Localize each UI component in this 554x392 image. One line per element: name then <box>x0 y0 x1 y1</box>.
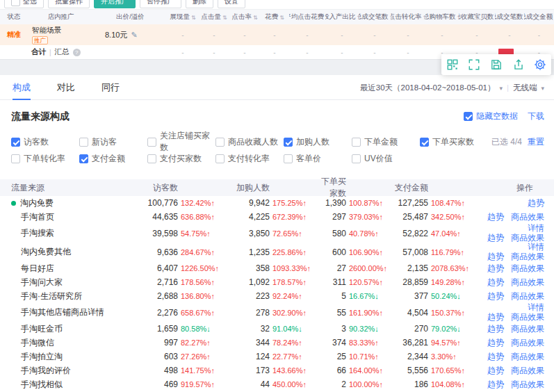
settings-icon[interactable] <box>534 58 546 71</box>
campaign-row[interactable]: 精准 智能场景 推广 8.10元 ------------ <box>0 24 554 45</box>
product-effect-link[interactable]: 商品效果 <box>511 380 544 389</box>
detail-link[interactable]: 详情 <box>528 243 544 252</box>
top-button-3[interactable]: 暂停推广 <box>140 0 181 8</box>
checkbox-icon[interactable] <box>11 0 20 6</box>
trend-link[interactable]: 趋势 <box>487 352 504 361</box>
checkbox-icon[interactable] <box>215 138 225 147</box>
sort-icon[interactable] <box>222 13 227 21</box>
buyers-group: 600106.90%↑ <box>314 247 388 257</box>
trend-link[interactable]: 趋势 <box>487 264 504 273</box>
checkbox-icon[interactable] <box>147 138 156 147</box>
product-effect-link[interactable]: 商品效果 <box>511 278 544 287</box>
campaign-name[interactable]: 智能场景 <box>32 26 61 35</box>
filter-row1-0[interactable]: 访客数 <box>11 136 79 148</box>
share-icon[interactable] <box>512 58 525 71</box>
save-icon[interactable] <box>490 58 503 71</box>
detail-link[interactable]: 详情 <box>528 224 544 233</box>
top-col-header-12[interactable]: 总收藏宝贝数 <box>459 13 495 22</box>
checkbox-icon[interactable] <box>420 138 429 147</box>
checkbox-icon[interactable] <box>11 138 20 147</box>
checkbox-icon[interactable] <box>215 154 225 163</box>
product-effect-link[interactable]: 商品效果 <box>511 213 544 222</box>
checkbox-icon[interactable] <box>284 138 293 147</box>
reset-link[interactable]: 重置 <box>528 136 544 148</box>
trend-link[interactable]: 趋势 <box>487 325 504 334</box>
top-col-header-9[interactable]: 总成交笔数 <box>359 13 391 22</box>
filter-row1-4[interactable]: 加购人数 <box>284 136 352 148</box>
filter-row1-1[interactable]: 新访客 <box>79 136 147 148</box>
top-button-2[interactable]: 开启推广 <box>94 0 136 8</box>
checkbox-icon[interactable] <box>352 138 361 147</box>
download-link[interactable]: 下载 <box>528 111 544 122</box>
hide-empty-toggle[interactable]: 隐藏空数据 <box>464 111 518 122</box>
top-button-5[interactable]: 设置 <box>218 0 245 8</box>
top-col-header-4[interactable]: 点击量 <box>199 13 229 22</box>
tab-1[interactable]: 对比 <box>57 75 75 100</box>
fullscreen-icon[interactable] <box>468 58 480 71</box>
top-col-header-7[interactable]: 平均点击花费 <box>289 13 325 22</box>
trend-link[interactable]: 趋势 <box>487 313 504 322</box>
filter-row2-2[interactable]: 支付买家数 <box>147 153 215 165</box>
top-col-header-6[interactable]: 花费 <box>260 13 289 22</box>
top-col-header-10[interactable]: 点击转化率 <box>391 13 425 22</box>
top-col-header-3[interactable]: 展现量 <box>167 13 199 22</box>
trend-link[interactable]: 趋势 <box>487 213 504 222</box>
cart-group: 1,235225.86%↑ <box>231 247 314 257</box>
product-effect-link[interactable]: 商品效果 <box>511 252 544 261</box>
product-effect-link[interactable]: 商品效果 <box>511 352 544 361</box>
top-col-header-8[interactable]: 投入产出比 <box>325 13 359 22</box>
top-col-header-11[interactable]: 总购物车数 <box>425 13 459 22</box>
sort-icon[interactable] <box>279 13 284 21</box>
product-effect-link[interactable]: 商品效果 <box>511 325 544 334</box>
top-button-0[interactable]: 全选 <box>4 0 44 8</box>
sort-icon[interactable] <box>253 13 258 21</box>
filter-row1-6[interactable]: 下单买家数 <box>420 136 488 148</box>
tab-0[interactable]: 构成 <box>13 75 31 100</box>
top-button-4[interactable]: 删除 <box>186 0 213 8</box>
trend-link[interactable]: 趋势 <box>487 380 504 389</box>
detail-link[interactable]: 详情 <box>528 303 544 312</box>
pay-value: 28,859 <box>388 277 428 287</box>
checkbox-icon[interactable] <box>11 154 20 163</box>
filter-row2-3[interactable]: 支付转化率 <box>215 153 284 165</box>
date-range-selector[interactable]: 最近30天（2018-04-02~2018-05-01） <box>360 83 496 93</box>
filter-row2-1[interactable]: 支付金额 <box>79 153 147 165</box>
trend-link[interactable]: 趋势 <box>487 278 504 287</box>
help-icon[interactable] <box>73 49 81 56</box>
product-effect-link[interactable]: 商品效果 <box>511 313 544 322</box>
filter-row2-4[interactable]: 客单价 <box>284 153 352 165</box>
trend-link[interactable]: 趋势 <box>528 199 544 208</box>
filter-row2-0[interactable]: 下单转化率 <box>11 153 79 165</box>
terminal-selector[interactable]: 无线端 <box>513 83 537 93</box>
checkbox-icon[interactable] <box>79 138 88 147</box>
trend-link[interactable]: 趋势 <box>487 292 504 301</box>
product-effect-link[interactable]: 商品效果 <box>511 264 544 273</box>
top-button-1[interactable]: 批量操作 <box>48 0 90 8</box>
checkbox-icon[interactable] <box>464 112 473 121</box>
top-col-header-14[interactable]: 总成交金额 <box>524 13 554 22</box>
product-effect-link[interactable]: 商品效果 <box>511 338 544 348</box>
filter-row2-5[interactable]: UV价值 <box>352 153 420 165</box>
product-effect-link[interactable]: 商品效果 <box>511 292 544 301</box>
trend-link[interactable]: 趋势 <box>487 338 504 348</box>
top-col-header-5[interactable]: 点击率 <box>229 13 260 22</box>
qr-code-icon[interactable] <box>446 58 459 71</box>
filter-row1-5[interactable]: 下单金额 <box>352 136 420 148</box>
trend-link[interactable]: 趋势 <box>487 252 504 261</box>
visitors-group: 99782.27%↑ <box>132 338 231 348</box>
ops-line: 趋势 <box>528 199 544 208</box>
checkbox-icon[interactable] <box>352 154 361 163</box>
filter-row1-3[interactable]: 商品收藏人数 <box>215 136 284 148</box>
checkbox-icon[interactable] <box>79 154 88 163</box>
checkbox-icon[interactable] <box>147 154 156 163</box>
product-effect-link[interactable]: 商品效果 <box>511 366 544 375</box>
edit-bid-icon[interactable] <box>131 31 137 40</box>
tab-2[interactable]: 同行 <box>101 75 120 100</box>
checkbox-icon[interactable] <box>284 154 293 163</box>
top-col-header-13[interactable]: 总成交笔数 <box>495 13 524 22</box>
filter-row1-2[interactable]: 关注店铺买家数 <box>147 130 215 154</box>
trend-link[interactable]: 趋势 <box>487 234 504 243</box>
sort-icon[interactable] <box>191 13 196 21</box>
col-header-visitors: 访客数 <box>132 182 231 194</box>
trend-link[interactable]: 趋势 <box>487 366 504 375</box>
